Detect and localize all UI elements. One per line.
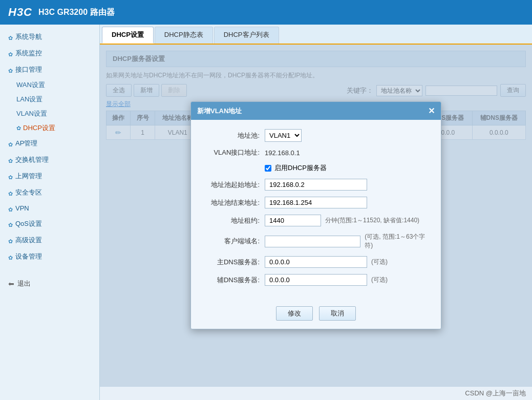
sidebar-item-vpn[interactable]: ✿ VPN xyxy=(0,201,99,216)
cancel-button[interactable]: 取消 xyxy=(319,306,356,321)
dhcp-enable-checkbox[interactable] xyxy=(265,165,271,172)
modal-dialog: 新增VLAN地址 ✕ 地址池: VLAN1 VLA xyxy=(190,101,441,329)
form-row-pool: 地址池: VLAN1 xyxy=(203,129,429,142)
sidebar-item-advanced[interactable]: ✿ 高级设置 xyxy=(0,232,99,248)
footer-text: CSDN @上海一亩地 xyxy=(465,389,526,397)
nav-icon: ✿ xyxy=(8,255,12,259)
nav-icon: ✿ xyxy=(8,141,12,145)
nav-icon: ✿ xyxy=(8,158,12,162)
form-row-dhcp-enable: 启用DHCP服务器 xyxy=(203,163,429,173)
primary-dns-label: 主DNS服务器: xyxy=(203,258,265,267)
sidebar-item-qos[interactable]: ✿ QoS设置 xyxy=(0,216,99,232)
sidebar-item-lan[interactable]: LAN设置 xyxy=(16,92,99,107)
primary-dns-input[interactable] xyxy=(265,256,367,268)
header: H3C H3C GR3200 路由器 xyxy=(0,0,532,25)
modal-overlay: 新增VLAN地址 ✕ 地址池: VLAN1 VLA xyxy=(100,45,532,386)
start-ip-label: 地址池起始地址: xyxy=(203,180,265,190)
sidebar-item-label: 安全专区 xyxy=(15,188,42,197)
domain-label: 客户端域名: xyxy=(203,237,265,246)
sidebar-item-label: 接口管理 xyxy=(15,65,42,74)
nav-icon: ✿ xyxy=(8,174,12,178)
nav-icon: ✿ xyxy=(8,222,12,226)
modal-title: 新增VLAN地址 xyxy=(197,107,242,116)
sidebar-item-ap-mgmt[interactable]: ✿ AP管理 xyxy=(0,135,99,152)
tab-dhcp-static[interactable]: DHCP静态表 xyxy=(155,27,213,44)
sidebar: ✿ 系统导航 ✿ 系统监控 ✿ 接口管理 WAN设置 LAN设置 VLAN设置 … xyxy=(0,25,100,400)
sidebar-item-dhcp[interactable]: DHCP设置 xyxy=(23,121,59,135)
main-layout: ✿ 系统导航 ✿ 系统监控 ✿ 接口管理 WAN设置 LAN设置 VLAN设置 … xyxy=(0,25,532,400)
tab-dhcp-config[interactable]: DHCP设置 xyxy=(102,27,154,44)
sidebar-sub-interface: WAN设置 LAN设置 VLAN设置 ✿ DHCP设置 xyxy=(0,78,99,135)
nav-icon: ✿ xyxy=(8,238,12,242)
confirm-button[interactable]: 修改 xyxy=(276,306,313,321)
lease-label: 地址租约: xyxy=(203,216,265,225)
nav-icon: ✿ xyxy=(8,35,12,39)
vlan-ip-label: VLAN接口地址: xyxy=(203,148,265,157)
sidebar-item-internet-mgmt[interactable]: ✿ 上网管理 xyxy=(0,168,99,184)
sidebar-item-label: 高级设置 xyxy=(15,236,42,245)
sidebar-item-label: 上网管理 xyxy=(15,172,42,181)
sidebar-item-label: AP管理 xyxy=(15,139,37,148)
logo: H3C xyxy=(8,6,32,19)
footer: CSDN @上海一亩地 xyxy=(100,386,532,400)
logout-label: 退出 xyxy=(17,279,31,288)
sidebar-item-system-nav[interactable]: ✿ 系统导航 xyxy=(0,29,99,45)
tab-dhcp-clients[interactable]: DHCP客户列表 xyxy=(214,27,279,44)
tab-bar: DHCP设置 DHCP静态表 DHCP客户列表 xyxy=(100,25,532,45)
logout-button[interactable]: ⬅ 退出 xyxy=(0,275,99,292)
nav-icon: ✿ xyxy=(8,68,12,72)
lease-hint: 分钟(范围:1～11520, 缺省值:1440) xyxy=(325,216,419,225)
sidebar-item-label: VPN xyxy=(15,204,29,212)
secondary-dns-label: 辅DNS服务器: xyxy=(203,276,265,285)
sidebar-item-security[interactable]: ✿ 安全专区 xyxy=(0,184,99,201)
pool-select[interactable]: VLAN1 xyxy=(265,129,302,142)
modal-footer: 修改 取消 xyxy=(191,301,441,329)
nav-icon: ✿ xyxy=(8,51,12,55)
secondary-dns-hint: (可选) xyxy=(371,276,388,284)
form-row-vlan-ip: VLAN接口地址: 192.168.0.1 xyxy=(203,148,429,157)
sidebar-item-switch-mgmt[interactable]: ✿ 交换机管理 xyxy=(0,152,99,168)
modal-close-button[interactable]: ✕ xyxy=(428,106,435,116)
sidebar-item-label: QoS设置 xyxy=(15,219,42,228)
sidebar-item-label: 系统导航 xyxy=(15,32,42,41)
pool-label: 地址池: xyxy=(203,131,265,140)
sidebar-item-device-mgmt[interactable]: ✿ 设备管理 xyxy=(0,248,99,265)
modal-header: 新增VLAN地址 ✕ xyxy=(191,102,441,120)
form-row-lease: 地址租约: 分钟(范围:1～11520, 缺省值:1440) xyxy=(203,215,429,226)
content-area: DHCP设置 DHCP静态表 DHCP客户列表 DHCP服务器设置 如果网关地址… xyxy=(100,25,532,400)
end-ip-input[interactable] xyxy=(265,197,367,208)
domain-input[interactable] xyxy=(265,236,360,247)
dhcp-enable-row: 启用DHCP服务器 xyxy=(265,163,327,173)
domain-hint: (可选, 范围:1～63个字符) xyxy=(365,233,429,250)
logout-icon: ⬅ xyxy=(8,280,14,288)
nav-icon: ✿ xyxy=(8,206,12,210)
dhcp-dot-icon: ✿ xyxy=(16,125,21,132)
form-row-secondary-dns: 辅DNS服务器: (可选) xyxy=(203,274,429,286)
header-title: H3C GR3200 路由器 xyxy=(38,7,115,18)
dhcp-enable-label: 启用DHCP服务器 xyxy=(274,163,327,173)
form-row-primary-dns: 主DNS服务器: (可选) xyxy=(203,256,429,268)
vlan-ip-value: 192.168.0.1 xyxy=(265,149,300,157)
end-ip-label: 地址池结束地址: xyxy=(203,198,265,207)
primary-dns-hint: (可选) xyxy=(371,258,388,266)
sidebar-item-wan[interactable]: WAN设置 xyxy=(16,78,99,92)
start-ip-input[interactable] xyxy=(265,179,367,191)
sidebar-item-label: 设备管理 xyxy=(15,252,42,261)
nav-icon: ✿ xyxy=(8,191,12,195)
sidebar-item-interface-mgmt[interactable]: ✿ 接口管理 xyxy=(0,61,99,78)
secondary-dns-input[interactable] xyxy=(265,274,367,286)
sidebar-logout-row: ⬅ 退出 xyxy=(0,275,99,292)
lease-input[interactable] xyxy=(265,215,321,226)
form-row-domain: 客户端域名: (可选, 范围:1～63个字符) xyxy=(203,233,429,250)
modal-body: 地址池: VLAN1 VLAN接口地址: 192.168.0.1 xyxy=(191,120,441,301)
page-content: DHCP服务器设置 如果网关地址与DHCP地址池不在同一网段，DHCP服务器将不… xyxy=(100,45,532,386)
form-row-start-ip: 地址池起始地址: xyxy=(203,179,429,191)
sidebar-item-label: 交换机管理 xyxy=(15,155,49,164)
sidebar-item-dhcp-row: ✿ DHCP设置 xyxy=(16,121,99,135)
sidebar-item-system-monitor[interactable]: ✿ 系统监控 xyxy=(0,45,99,61)
sidebar-item-label: 系统监控 xyxy=(15,49,42,58)
form-row-end-ip: 地址池结束地址: xyxy=(203,197,429,208)
sidebar-item-vlan[interactable]: VLAN设置 xyxy=(16,107,99,121)
